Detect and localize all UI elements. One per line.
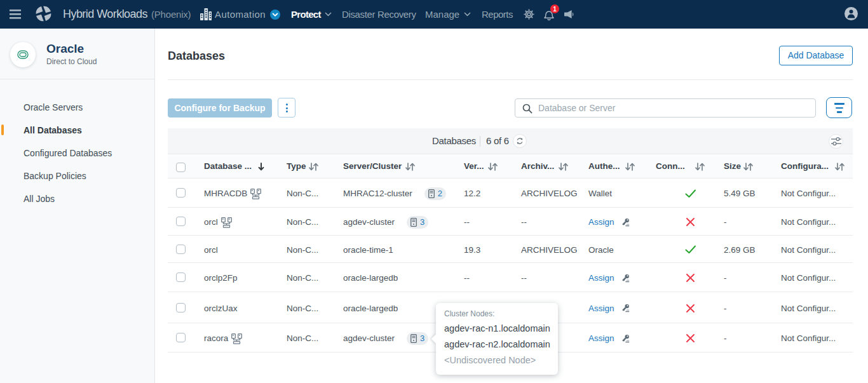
svg-text:1: 1 <box>553 6 557 13</box>
